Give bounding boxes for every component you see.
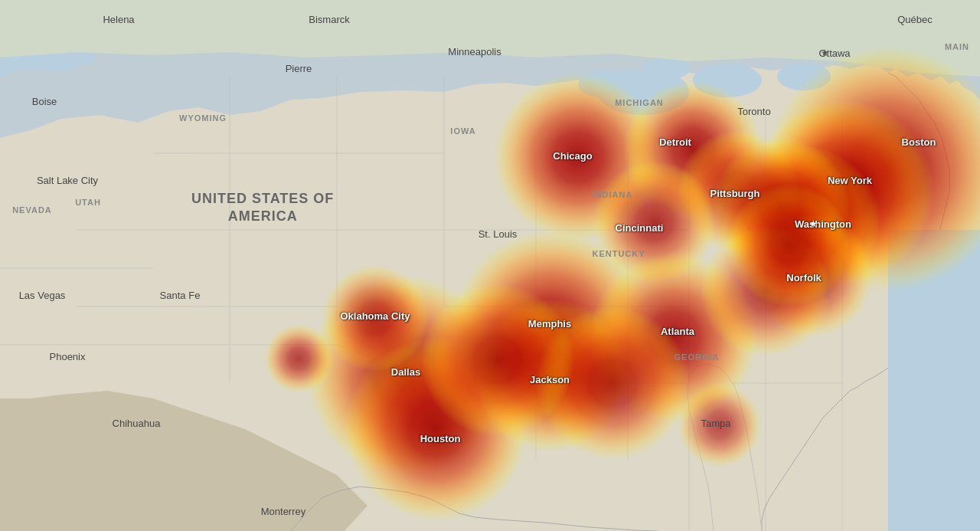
heatmap-overlay [0,0,980,531]
washington-star-icon: ★ [809,218,818,229]
map-container: HelenaBismarckQuébecMAINPierreMinneapoli… [0,0,980,531]
ottawa-star-icon: ★ [821,48,829,58]
